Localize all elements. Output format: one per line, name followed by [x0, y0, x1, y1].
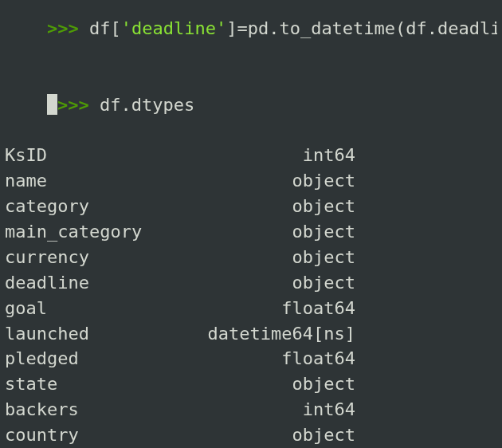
dtype-row: backersint64 — [5, 397, 497, 422]
column-dtype: object — [176, 168, 355, 194]
dtype-row: goalfloat64 — [5, 296, 497, 321]
dtypes-output: KsIDint64nameobjectcategoryobjectmain_ca… — [5, 143, 497, 448]
partial-previous-line: >>> df['deadline']=pd.to_datetime(df.dea… — [5, 0, 497, 67]
dtype-row: main_categoryobject — [5, 219, 497, 245]
cursor-icon — [47, 94, 57, 115]
column-name: main_category — [5, 219, 176, 245]
dtype-row: categoryobject — [5, 194, 497, 219]
column-dtype: int64 — [176, 397, 355, 422]
column-name: backers — [5, 397, 176, 422]
column-dtype: object — [176, 371, 355, 397]
dtype-row: currencyobject — [5, 245, 497, 270]
column-name: deadline — [5, 270, 176, 296]
column-dtype: datetime64[ns] — [176, 321, 355, 347]
dtype-row: launcheddatetime64[ns] — [5, 321, 497, 347]
column-dtype: object — [176, 422, 355, 448]
command-text: df.dtypes — [100, 95, 194, 115]
dtype-row: countryobject — [5, 422, 497, 448]
column-dtype: float64 — [176, 296, 355, 321]
column-name: category — [5, 194, 176, 219]
python-prompt: >>> — [47, 18, 89, 38]
dtype-row: stateobject — [5, 371, 497, 397]
command-input-line[interactable]: >>> df.dtypes — [5, 67, 497, 143]
column-dtype: object — [176, 270, 355, 296]
column-name: name — [5, 168, 176, 194]
dtype-row: nameobject — [5, 168, 497, 194]
column-name: pledged — [5, 346, 176, 371]
column-dtype: float64 — [176, 346, 355, 371]
dtype-row: KsIDint64 — [5, 143, 497, 168]
dtype-row: deadlineobject — [5, 270, 497, 296]
column-name: state — [5, 371, 176, 397]
column-name: currency — [5, 245, 176, 270]
terminal-output: >>> df['deadline']=pd.to_datetime(df.dea… — [0, 0, 502, 448]
column-name: launched — [5, 321, 176, 347]
column-dtype: object — [176, 219, 355, 245]
dtype-row: pledgedfloat64 — [5, 346, 497, 371]
column-dtype: object — [176, 194, 355, 219]
column-name: KsID — [5, 143, 176, 168]
column-name: goal — [5, 296, 176, 321]
column-dtype: object — [176, 245, 355, 270]
column-dtype: int64 — [176, 143, 355, 168]
python-prompt: >>> — [57, 95, 100, 115]
column-name: country — [5, 422, 176, 448]
